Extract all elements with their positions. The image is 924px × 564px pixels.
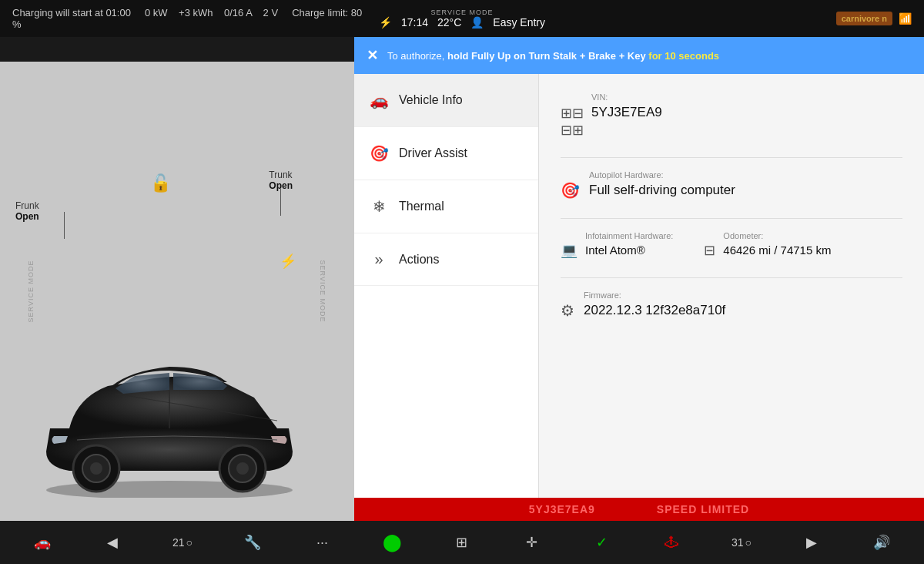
infotainment-value: Intel Atom® [585, 243, 673, 257]
autopilot-section: 🎯 Autopilot Hardware: Full self-driving … [561, 170, 902, 200]
taskbar-spotify-icon[interactable]: ⬤ [357, 521, 427, 564]
actions-label: Actions [399, 253, 439, 267]
charging-status-text: Charging will start at 01:00 [12, 7, 131, 18]
lock-icon: 🔓 [150, 173, 171, 193]
infotainment-odometer-row: 💻 Infotainment Hardware: Intel Atom® ⊟ O… [561, 231, 902, 259]
firmware-icon: ⚙ [561, 301, 574, 320]
svg-point-8 [236, 462, 249, 475]
car-display: SERVICE MODE SERVICE MODE Frunk Open 🔓 T… [0, 62, 354, 521]
car-svg [15, 328, 323, 498]
odometer-label: Odometer: [723, 231, 831, 240]
firmware-section: ⚙ Firmware: 2022.12.3 12f32e8a710f [561, 290, 902, 320]
vin-label: VIN: [591, 92, 662, 102]
odometer-icon: ⊟ [704, 242, 715, 259]
left-panel: SERVICE MODE SERVICE MODE Frunk Open 🔓 T… [0, 62, 354, 521]
charging-status: Charging will start at 01:00 0 kW +3 kWh… [0, 7, 379, 30]
vehicle-info-icon: 🚗 [370, 91, 388, 109]
auth-text-prefix: To authorize, [387, 50, 447, 62]
actions-icon: » [370, 250, 388, 268]
bottom-vin: 5YJ3E7EA9 [529, 503, 595, 515]
status-right: carnivore n 📶 [545, 12, 924, 25]
taskbar-icons: 🚗 ◀ 21 ○ 🔧 ··· ⬤ ⊞ ✛ ✓ 🕹 31 ○ ▶ 🔊 [0, 521, 924, 564]
trunk-title: Trunk [269, 170, 292, 180]
charge-energy: +3 kWh [179, 7, 213, 18]
infotainment-block: 💻 Infotainment Hardware: Intel Atom® [561, 231, 673, 259]
menu-item-vehicle-info[interactable]: 🚗 Vehicle Info [354, 74, 538, 127]
taskbar-joystick-icon[interactable]: 🕹 [637, 521, 707, 564]
status-center-row: ⚡ 17:14 22°C 👤 Easy Entry [379, 16, 545, 29]
taskbar-wrench-icon[interactable]: 🔧 [217, 521, 287, 564]
logo-text: carnivore [842, 14, 880, 23]
service-mode-left: SERVICE MODE [27, 260, 35, 323]
vin-section: ⊞⊟⊟⊞ VIN: 5YJ3E7EA9 [561, 92, 902, 139]
speed-right-value: 31 [732, 536, 744, 549]
speed-limited-text: SPEED LIMITED [657, 503, 749, 515]
speed-left-unit: ○ [186, 536, 192, 549]
auth-banner: ✕ To authorize, hold Fully Up on Turn St… [354, 37, 924, 74]
charge-voltage: 2 V [263, 7, 279, 18]
service-mode-right: SERVICE MODE [320, 260, 327, 323]
easy-entry-label: Easy Entry [493, 16, 545, 29]
frunk-label: Frunk Open [15, 200, 39, 222]
qr-icon: ⊞⊟⊟⊞ [561, 105, 584, 139]
divider-3 [561, 277, 902, 278]
taskbar-speed-right: 31 ○ [707, 521, 777, 564]
infotainment-label: Infotainment Hardware: [585, 231, 673, 240]
driver-assist-icon: 🎯 [370, 144, 388, 163]
taskbar-check-icon[interactable]: ✓ [567, 521, 637, 564]
vin-block: VIN: 5YJ3E7EA9 [591, 92, 662, 120]
vin-value: 5YJ3E7EA9 [591, 105, 662, 120]
auth-text-suffix: for 10 seconds [646, 50, 719, 62]
thermal-label: Thermal [399, 200, 444, 213]
status-time: 17:14 [401, 16, 428, 29]
autopilot-value: Full self-driving computer [589, 183, 735, 198]
infotainment-text: Infotainment Hardware: Intel Atom® [585, 231, 673, 257]
firmware-value: 2022.12.3 12f32e8a710f [584, 303, 725, 318]
charge-power: 0 kW [145, 7, 168, 18]
divider-2 [561, 218, 902, 219]
taskbar-dots-icon[interactable]: ··· [287, 521, 357, 564]
menu-item-actions[interactable]: » Actions [354, 233, 538, 286]
logo-n: n [882, 14, 887, 23]
wifi-icon: 📶 [899, 12, 912, 25]
taskbar-next-icon[interactable]: ▶ [776, 521, 846, 564]
auth-text: To authorize, hold Fully Up on Turn Stal… [387, 50, 912, 62]
menu-item-thermal[interactable]: ❄ Thermal [354, 180, 538, 233]
taskbar-prev-icon[interactable]: ◀ [78, 521, 148, 564]
status-bar: Charging will start at 01:00 0 kW +3 kWh… [0, 0, 924, 37]
vehicle-info-label: Vehicle Info [399, 93, 463, 107]
status-temp: 22°C [437, 16, 461, 29]
carnivore-logo: carnivore n [836, 12, 892, 25]
auth-text-action: hold Fully Up on Turn Stalk + Brake + Ke… [447, 50, 646, 62]
right-panel: 🚗 Vehicle Info 🎯 Driver Assist ❄ Thermal… [354, 74, 924, 521]
taskbar-volume-icon[interactable]: 🔊 [846, 521, 916, 564]
vehicle-info-content: ⊞⊟⊟⊞ VIN: 5YJ3E7EA9 🎯 Autopilot Hardware… [539, 74, 924, 521]
service-mode-label: SERVICE MODE [431, 8, 494, 16]
taskbar-car-icon[interactable]: 🚗 [8, 521, 78, 564]
frunk-connector-line [64, 212, 65, 239]
odometer-block: ⊟ Odometer: 46426 mi / 74715 km [704, 231, 831, 259]
autopilot-block: Autopilot Hardware: Full self-driving co… [589, 170, 735, 198]
taskbar-cross-icon[interactable]: ✛ [497, 521, 567, 564]
firmware-label: Firmware: [584, 290, 725, 300]
thermal-icon: ❄ [370, 197, 388, 216]
auth-close-button[interactable]: ✕ [367, 47, 378, 64]
infotainment-icon: 💻 [561, 242, 578, 259]
odometer-text: Odometer: 46426 mi / 74715 km [723, 231, 831, 257]
charge-current: 0/16 A [224, 7, 252, 18]
driver-assist-label: Driver Assist [399, 146, 467, 160]
frunk-status: Open [15, 211, 39, 222]
person-icon: 👤 [470, 16, 484, 29]
menu-sidebar: 🚗 Vehicle Info 🎯 Driver Assist ❄ Thermal… [354, 74, 539, 521]
taskbar-speed-left: 21 ○ [148, 521, 218, 564]
firmware-block: Firmware: 2022.12.3 12f32e8a710f [584, 290, 725, 318]
odometer-value: 46426 mi / 74715 km [723, 243, 831, 257]
plug-icon: ⚡ [379, 16, 392, 29]
taskbar-grid-icon[interactable]: ⊞ [427, 521, 497, 564]
speed-left-value: 21 [172, 536, 185, 549]
menu-item-driver-assist[interactable]: 🎯 Driver Assist [354, 127, 538, 180]
autopilot-icon: 🎯 [561, 181, 580, 200]
divider-1 [561, 157, 902, 158]
status-center: SERVICE MODE ⚡ 17:14 22°C 👤 Easy Entry [379, 8, 545, 29]
taskbar: 🚗 ◀ 21 ○ 🔧 ··· ⬤ ⊞ ✛ ✓ 🕹 31 ○ ▶ 🔊 [0, 521, 924, 564]
